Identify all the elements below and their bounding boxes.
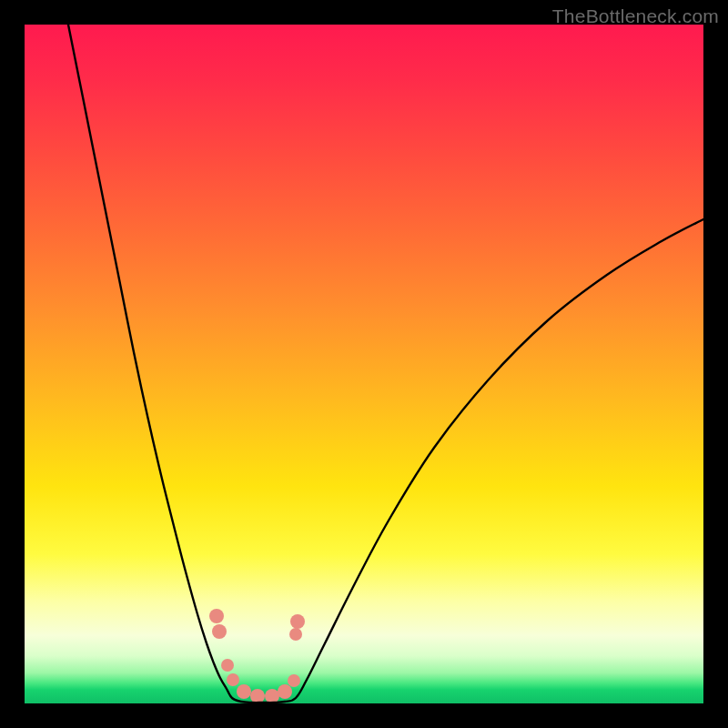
bottleneck-curve (68, 25, 703, 703)
valley-marker-dot (278, 684, 292, 699)
valley-marker-dot (221, 659, 234, 672)
valley-marker-dot (209, 609, 224, 623)
valley-marker-dot (250, 689, 265, 703)
valley-marker-dot (212, 624, 227, 639)
valley-marker-dot (288, 674, 300, 687)
plot-area (25, 25, 703, 703)
valley-marker-dot (290, 614, 305, 629)
chart-frame: TheBottleneck.com (0, 0, 728, 728)
valley-marker-dot (289, 628, 302, 641)
curve-layer (25, 25, 703, 703)
valley-marker-dot (265, 689, 279, 703)
valley-marker-dot (237, 684, 251, 699)
valley-marker-dot (227, 673, 239, 686)
valley-markers (209, 609, 305, 703)
